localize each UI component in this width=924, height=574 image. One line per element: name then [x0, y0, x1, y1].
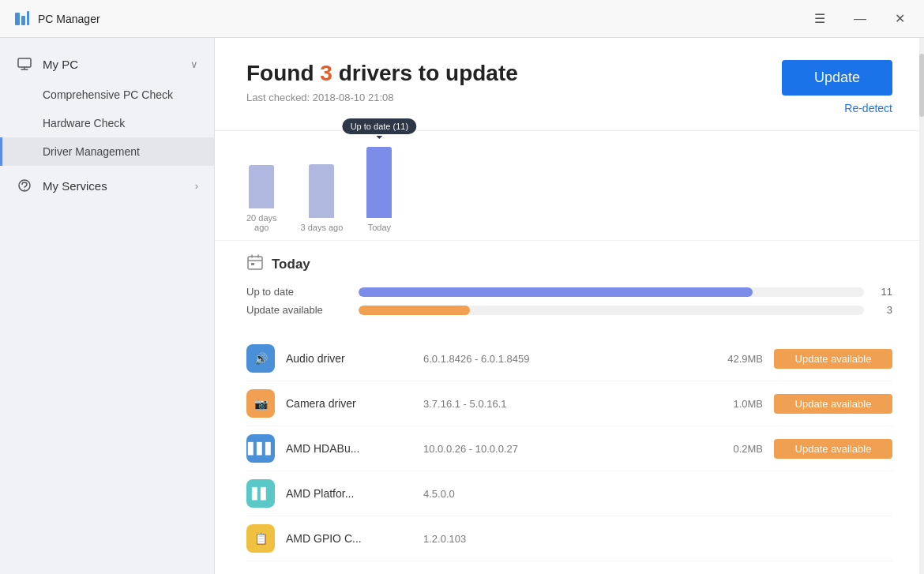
driver-size: 42.9MB — [700, 353, 763, 365]
bar-20days — [249, 165, 274, 208]
update-available-fill — [359, 306, 470, 315]
app-logo: PC Manager — [13, 9, 100, 28]
content-area: Found 3 drivers to update Last checked: … — [215, 38, 924, 574]
svg-point-5 — [24, 189, 25, 190]
scroll-indicator — [919, 38, 924, 574]
bar-wrapper-20days — [249, 165, 274, 208]
chart-bar-3days: 3 days ago — [301, 164, 344, 232]
up-to-date-track — [359, 287, 864, 297]
driver-version: 6.0.1.8426 - 6.0.1.8459 — [423, 353, 689, 365]
up-to-date-label: Up to date — [246, 286, 349, 298]
sidebar-my-pc-header[interactable]: My PC ∨ — [0, 47, 214, 81]
app-title: PC Manager — [38, 13, 100, 25]
bar-wrapper-3days — [309, 164, 334, 218]
progress-rows: Up to date 11 Update available 3 — [246, 286, 892, 316]
driver-size: 1.0MB — [700, 398, 763, 410]
my-services-icon — [16, 177, 33, 194]
driver-icon: ▋▋▋ — [246, 434, 275, 463]
driver-status[interactable]: Update available — [774, 349, 892, 369]
bar-label-20days: 20 daysago — [246, 213, 277, 232]
bar-3days — [309, 164, 334, 218]
sidebar: My PC ∨ Comprehensive PC Check Hardware … — [0, 38, 215, 574]
main-layout: My PC ∨ Comprehensive PC Check Hardware … — [0, 38, 924, 574]
today-section: Today Up to date 11 Update available 3 — [215, 241, 924, 336]
driver-row: 📷Camera driver3.7.16.1 - 5.0.16.11.0MBUp… — [246, 381, 892, 426]
progress-row-uptodate: Up to date 11 — [246, 286, 892, 298]
update-available-count: 3 — [873, 304, 892, 316]
bar-label-today: Today — [368, 223, 391, 232]
driver-count: 3 — [320, 61, 332, 85]
chevron-right-icon: › — [195, 180, 198, 192]
app-logo-icon — [13, 9, 32, 28]
svg-rect-1 — [21, 16, 25, 25]
driver-size: 0.2MB — [700, 443, 763, 455]
bar-today — [366, 147, 392, 218]
driver-name: AMD Platfor... — [286, 487, 412, 500]
redetect-link[interactable]: Re-detect — [844, 102, 892, 114]
today-header: Today — [246, 253, 892, 275]
page-title: Found 3 drivers to update — [246, 60, 518, 87]
driver-version: 10.0.0.26 - 10.0.0.27 — [423, 443, 689, 455]
driver-row: ▋▋AMD Platfor...4.5.0.0 — [246, 471, 892, 516]
driver-name: Camera driver — [286, 397, 412, 410]
driver-row: 🔊Audio driver6.0.1.8426 - 6.0.1.845942.9… — [246, 336, 892, 381]
close-button[interactable]: ✕ — [888, 8, 911, 29]
driver-name: AMD HDABu... — [286, 442, 412, 455]
driver-version: 3.7.16.1 - 5.0.16.1 — [423, 398, 689, 410]
header-title-group: Found 3 drivers to update Last checked: … — [246, 60, 518, 103]
today-title: Today — [272, 257, 310, 272]
chart-tooltip: Up to date (11) — [343, 118, 416, 134]
driver-icon: ▋▋ — [246, 479, 275, 508]
driver-name: AMD GPIO C... — [286, 532, 412, 545]
up-to-date-count: 11 — [873, 286, 892, 298]
my-services-label: My Services — [43, 179, 107, 193]
found-text: Found — [246, 61, 314, 85]
driver-icon: 🔊 — [246, 344, 275, 373]
menu-button[interactable]: ☰ — [808, 8, 832, 29]
driver-version: 1.2.0.103 — [423, 533, 818, 545]
bar-wrapper-today: Up to date (11) — [366, 147, 392, 218]
last-checked: Last checked: 2018-08-10 21:08 — [246, 92, 518, 103]
my-pc-icon — [16, 55, 33, 73]
content-header: Found 3 drivers to update Last checked: … — [215, 38, 924, 131]
driver-row: 📋AMD GPIO C...1.2.0.103 — [246, 516, 892, 561]
chart-bar-20days: 20 daysago — [246, 165, 277, 232]
svg-rect-7 — [251, 263, 254, 265]
update-button[interactable]: Update — [782, 60, 892, 96]
sidebar-item-comprehensive[interactable]: Comprehensive PC Check — [0, 81, 214, 109]
sidebar-section-my-pc: My PC ∨ Comprehensive PC Check Hardware … — [0, 47, 214, 166]
update-available-label: Update available — [246, 304, 349, 316]
scroll-thumb[interactable] — [919, 54, 924, 117]
bar-label-3days: 3 days ago — [301, 223, 344, 232]
driver-list: 🔊Audio driver6.0.1.8426 - 6.0.1.845942.9… — [215, 336, 924, 574]
chart-area: 20 daysago 3 days ago Up to date (11) To… — [215, 131, 924, 241]
sidebar-my-services-header[interactable]: My Services › — [0, 169, 214, 202]
header-actions: Update Re-detect — [782, 60, 892, 114]
driver-name: Audio driver — [286, 352, 412, 365]
driver-version: 4.5.0.0 — [423, 488, 818, 500]
chart-bar-today: Up to date (11) Today — [366, 147, 392, 232]
progress-row-available: Update available 3 — [246, 304, 892, 316]
sidebar-item-hardware[interactable]: Hardware Check — [0, 109, 214, 137]
driver-icon: 📋 — [246, 524, 275, 553]
sidebar-section-my-services: My Services › — [0, 169, 214, 202]
chevron-down-icon: ∨ — [190, 58, 198, 70]
up-to-date-fill — [359, 287, 753, 297]
svg-rect-0 — [15, 13, 20, 25]
driver-status[interactable]: Update available — [774, 439, 892, 459]
update-available-track — [359, 306, 864, 315]
minimize-button[interactable]: — — [847, 9, 873, 29]
driver-icon: 📷 — [246, 389, 275, 418]
my-pc-label: My PC — [43, 58, 78, 71]
svg-rect-3 — [18, 58, 31, 67]
rest-title: drivers to update — [339, 61, 518, 85]
calendar-icon — [246, 253, 264, 275]
svg-rect-2 — [27, 11, 29, 25]
chart-bars: 20 daysago 3 days ago Up to date (11) To… — [246, 147, 392, 232]
svg-rect-6 — [248, 257, 262, 269]
driver-status[interactable]: Update available — [774, 394, 892, 414]
sidebar-item-driver[interactable]: Driver Management — [0, 137, 214, 166]
driver-row: ▋▋▋AMD HDABu...10.0.0.26 - 10.0.0.270.2M… — [246, 426, 892, 471]
titlebar: PC Manager ☰ — ✕ — [0, 0, 924, 38]
window-controls: ☰ — ✕ — [808, 0, 911, 37]
